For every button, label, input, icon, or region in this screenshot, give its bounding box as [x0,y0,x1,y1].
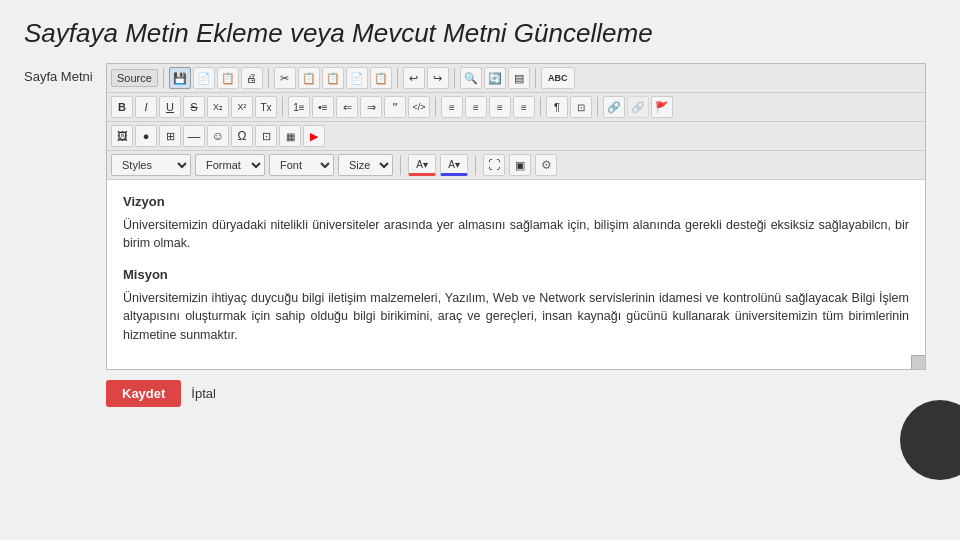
align-center-button[interactable]: ≡ [465,96,487,118]
action-row: Kaydet İptal [106,380,936,407]
separator [282,97,283,117]
outdent-button[interactable]: ⇐ [336,96,358,118]
subscript-button[interactable]: X₂ [207,96,229,118]
paragraph-button[interactable]: ¶ [546,96,568,118]
separator [400,155,401,175]
ordered-list-button[interactable]: 1≡ [288,96,310,118]
cancel-button[interactable]: İptal [191,386,216,401]
pagebreak-button[interactable]: ⊡ [255,125,277,147]
separator [268,68,269,88]
section2-title: Misyon [123,265,909,285]
form-label: Sayfa Metni [24,63,96,84]
separator [535,68,536,88]
paste-text-button[interactable]: 📄 [346,67,368,89]
paste-word-button[interactable]: 📋 [370,67,392,89]
about-button[interactable]: ⚙ [535,154,557,176]
save-doc-button[interactable]: 💾 [169,67,191,89]
bg-color-button[interactable]: A▾ [440,154,468,176]
separator [397,68,398,88]
strikethrough-button[interactable]: S [183,96,205,118]
table-button[interactable]: ⊞ [159,125,181,147]
smiley-button[interactable]: ☺ [207,125,229,147]
code-button[interactable]: </> [408,96,430,118]
italic-button[interactable]: I [135,96,157,118]
editor-content[interactable]: Vizyon Üniversitemizin düryadaki nitelik… [107,180,925,369]
toolbar-row-1: Source 💾 📄 📋 🖨 ✂ 📋 📋 📄 📋 ↩ ↪ 🔍 🔄 ▤ [107,64,925,93]
new-doc-button[interactable]: 📄 [193,67,215,89]
separator [435,97,436,117]
preview-button[interactable]: ▣ [509,154,531,176]
editor-wrapper: Source 💾 📄 📋 🖨 ✂ 📋 📋 📄 📋 ↩ ↪ 🔍 🔄 ▤ [106,63,926,370]
save-button[interactable]: Kaydet [106,380,181,407]
separator [163,68,164,88]
find-button[interactable]: 🔍 [460,67,482,89]
redo-button[interactable]: ↪ [427,67,449,89]
align-left-button[interactable]: ≡ [441,96,463,118]
anchor-button[interactable]: 🚩 [651,96,673,118]
editor-scrollbar[interactable] [911,355,925,369]
unlink-button[interactable]: 🔗 [627,96,649,118]
align-justify-button[interactable]: ≡ [513,96,535,118]
separator [597,97,598,117]
paste-button[interactable]: 📋 [322,67,344,89]
link-button[interactable]: 🔗 [603,96,625,118]
unordered-list-button[interactable]: •≡ [312,96,334,118]
iframe-button[interactable]: ▦ [279,125,301,147]
font-color-button[interactable]: A▾ [408,154,436,176]
superscript-button[interactable]: X² [231,96,253,118]
youtube-button[interactable]: ▶ [303,125,325,147]
replace-button[interactable]: 🔄 [484,67,506,89]
font-dropdown[interactable]: Font [269,154,334,176]
section1-title: Vizyon [123,192,909,212]
toolbar-row-3: 🖼 ● ⊞ — ☺ Ω ⊡ ▦ ▶ [107,122,925,151]
templates-button[interactable]: 📋 [217,67,239,89]
blockquote-button[interactable]: " [384,96,406,118]
source-button[interactable]: Source [111,69,158,87]
circle-decoration [900,400,960,480]
page-title: Sayfaya Metin Ekleme veya Mevcut Metni G… [24,18,936,49]
bold-button[interactable]: B [111,96,133,118]
separator [540,97,541,117]
align-right-button[interactable]: ≡ [489,96,511,118]
select-all-button[interactable]: ▤ [508,67,530,89]
spellcheck-button[interactable]: ABC [541,67,575,89]
undo-button[interactable]: ↩ [403,67,425,89]
remove-format-button[interactable]: Tx [255,96,277,118]
print-button[interactable]: 🖨 [241,67,263,89]
format-dropdown[interactable]: Format [195,154,265,176]
indent-button[interactable]: ⇒ [360,96,382,118]
cut-button[interactable]: ✂ [274,67,296,89]
format-row: Styles Format Font Size A▾ A▾ ⛶ ▣ ⚙ [107,151,925,180]
separator [475,155,476,175]
section1-text: Üniversitemizin düryadaki nitelikli üniv… [123,216,909,254]
styles-dropdown[interactable]: Styles [111,154,191,176]
image-button[interactable]: 🖼 [111,125,133,147]
flash-button[interactable]: ● [135,125,157,147]
section2-text: Üniversitemizin ihtiyaç duycuğu bilgi il… [123,289,909,345]
toolbar-row-2: B I U S X₂ X² Tx 1≡ •≡ ⇐ ⇒ " </> ≡ ≡ ≡ ≡ [107,93,925,122]
hline-button[interactable]: — [183,125,205,147]
separator [454,68,455,88]
copy-button[interactable]: 📋 [298,67,320,89]
underline-button[interactable]: U [159,96,181,118]
show-blocks-button[interactable]: ⊡ [570,96,592,118]
size-dropdown[interactable]: Size [338,154,393,176]
special-char-button[interactable]: Ω [231,125,253,147]
maximize-button[interactable]: ⛶ [483,154,505,176]
